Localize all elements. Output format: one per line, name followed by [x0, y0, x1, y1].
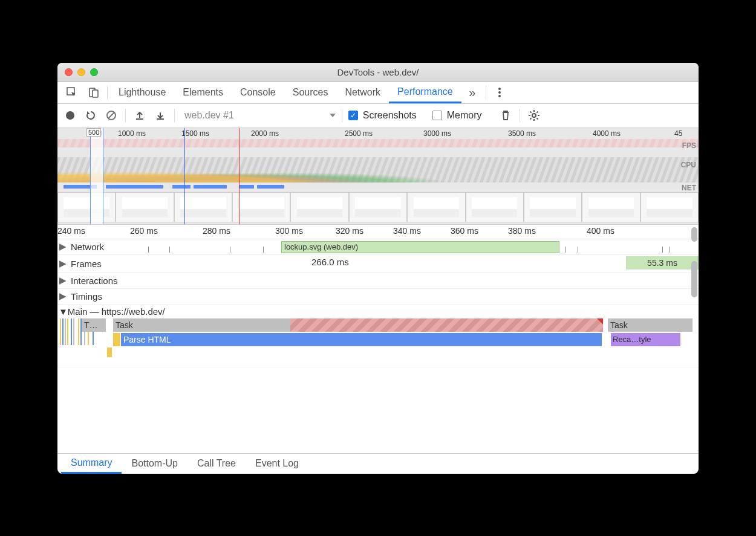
screenshot-thumb[interactable] [466, 192, 524, 222]
svg-point-11 [532, 114, 536, 117]
svg-line-17 [536, 118, 538, 119]
cpu-area [57, 157, 699, 182]
screenshot-thumb[interactable] [524, 192, 582, 222]
svg-rect-2 [93, 90, 98, 97]
overview-panel[interactable]: 5001000 ms1500 ms2000 ms2500 ms3000 ms35… [57, 128, 699, 225]
frames-track-label: Frames [67, 257, 105, 271]
screenshot-thumb[interactable] [116, 192, 174, 222]
timings-track[interactable]: ▶ Timings [57, 289, 699, 305]
main-tabstrip: LighthouseElementsConsoleSourcesNetworkP… [57, 82, 699, 104]
svg-point-6 [66, 111, 74, 120]
vertical-scrollbar-thumb[interactable] [691, 261, 697, 297]
ruler-tick: 400 ms [587, 226, 614, 236]
vertical-scrollbar-thumb[interactable] [691, 227, 697, 242]
svg-line-18 [530, 118, 531, 119]
tab-elements[interactable]: Elements [174, 82, 232, 103]
overview-tick: 3000 ms [423, 129, 451, 138]
disclosure-icon[interactable]: ▶ [59, 291, 67, 302]
overview-tick: 1000 ms [118, 129, 146, 138]
parse-html-bar[interactable]: Parse HTML [121, 333, 602, 346]
disclosure-icon[interactable]: ▶ [59, 241, 67, 252]
network-track-label: Network [67, 240, 108, 254]
screenshot-thumb[interactable] [290, 192, 348, 222]
device-toolbar-icon[interactable] [83, 82, 105, 103]
tab-performance[interactable]: Performance [389, 82, 461, 103]
script-bar-small[interactable] [107, 347, 112, 357]
net-strip [57, 184, 699, 190]
overview-tick: 4000 ms [593, 129, 621, 138]
flamechart-ruler[interactable]: 240 ms260 ms280 ms300 ms320 ms340 ms360 … [57, 225, 699, 239]
tab-console[interactable]: Console [232, 82, 284, 103]
memory-checkbox[interactable] [432, 111, 442, 120]
screenshots-checkbox[interactable]: ✓ [348, 111, 358, 120]
svg-point-3 [498, 88, 501, 90]
disclosure-icon[interactable]: ▶ [59, 275, 67, 286]
script-bar[interactable] [113, 333, 120, 346]
frame-bar[interactable]: 55.3 ms [626, 256, 699, 270]
svg-line-8 [108, 112, 114, 118]
recording-selector[interactable]: web.dev #1 [181, 110, 241, 121]
upload-icon[interactable] [132, 108, 148, 123]
ruler-tick: 300 ms [275, 226, 303, 236]
screenshot-thumb[interactable] [349, 192, 407, 222]
screenshot-thumb[interactable] [407, 192, 465, 222]
download-icon[interactable] [152, 108, 168, 123]
details-tab-summary[interactable]: Summary [61, 454, 122, 474]
svg-line-16 [530, 112, 531, 113]
recording-name: web.dev #1 [184, 110, 234, 121]
interactions-track[interactable]: ▶ Interactions [57, 273, 699, 289]
record-icon[interactable] [62, 108, 78, 123]
screenshots-label: Screenshots [363, 110, 417, 121]
main-thread-track[interactable]: ▼ Main — https://web.dev/ T… Task Task [57, 305, 699, 367]
kebab-menu-icon[interactable] [489, 82, 510, 103]
ruler-tick: 260 ms [130, 226, 158, 236]
memory-label: Memory [447, 110, 482, 121]
devtools-window: DevTools - web.dev/ LighthouseElementsCo… [57, 63, 699, 474]
screenshot-thumb[interactable] [174, 192, 232, 222]
overview-tick: 45 [674, 129, 682, 138]
disclosure-icon[interactable]: ▶ [59, 258, 67, 269]
overview-selection[interactable] [90, 128, 103, 224]
cpu-label: CPU [681, 161, 696, 169]
gear-icon[interactable] [526, 108, 542, 123]
screenshot-thumb[interactable] [232, 192, 290, 222]
screenshot-thumb[interactable] [582, 192, 640, 222]
interactions-track-label: Interactions [67, 274, 122, 288]
overview-tick: 3500 ms [508, 129, 536, 138]
network-request-bar[interactable]: lockup.svg (web.dev) [281, 241, 559, 253]
details-tab-event-log[interactable]: Event Log [246, 454, 308, 474]
overview-tick: 2000 ms [251, 129, 279, 138]
overview-tick: 2500 ms [345, 129, 373, 138]
inspect-icon[interactable] [61, 82, 83, 103]
clear-icon[interactable] [103, 108, 119, 123]
reload-icon[interactable] [83, 108, 99, 123]
timings-track-label: Timings [67, 289, 106, 303]
svg-point-5 [498, 95, 501, 97]
recording-caret-icon[interactable] [330, 114, 336, 117]
details-tabstrip: SummaryBottom-UpCall TreeEvent Log [57, 453, 699, 474]
recalc-style-bar[interactable]: Reca…tyle [611, 333, 680, 346]
screenshots-strip[interactable] [57, 192, 699, 222]
task-bar-long[interactable]: Task [113, 318, 603, 332]
details-tab-call-tree[interactable]: Call Tree [187, 454, 246, 474]
performance-toolbar: web.dev #1 ✓ Screenshots Memory [57, 104, 699, 128]
screenshot-thumb[interactable] [640, 192, 699, 222]
task-bar[interactable]: T… [82, 318, 106, 332]
frames-track[interactable]: ▶ Frames 266.0 ms 55.3 ms [57, 255, 699, 273]
tab-lighthouse[interactable]: Lighthouse [110, 82, 174, 103]
tab-sources[interactable]: Sources [284, 82, 337, 103]
network-track[interactable]: ▶ Network lockup.svg (web.dev) [57, 239, 699, 255]
details-tab-bottom-up[interactable]: Bottom-Up [122, 454, 187, 474]
screenshot-thumb[interactable] [57, 192, 116, 222]
tabs-overflow-button[interactable]: » [461, 82, 483, 103]
trash-icon[interactable] [498, 108, 513, 123]
ruler-tick: 380 ms [508, 226, 536, 236]
fps-label: FPS [682, 141, 696, 150]
task-bar[interactable]: Task [608, 318, 692, 332]
flamechart-area[interactable]: 240 ms260 ms280 ms300 ms320 ms340 ms360 … [57, 225, 699, 453]
ruler-tick: 280 ms [203, 226, 230, 236]
tab-network[interactable]: Network [336, 82, 389, 103]
svg-line-19 [536, 112, 538, 113]
flame-stack[interactable]: T… Task Task Parse HTML Reca…tyle [57, 318, 699, 367]
disclosure-icon[interactable]: ▼ [59, 306, 68, 317]
